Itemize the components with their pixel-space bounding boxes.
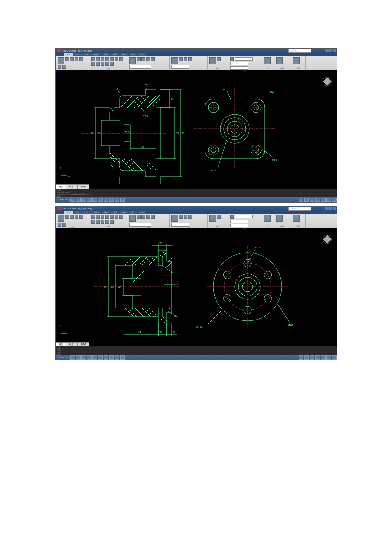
- rotate-icon[interactable]: [105, 215, 109, 219]
- move-icon[interactable]: [91, 57, 95, 61]
- tab-annotate[interactable]: 注释: [82, 211, 91, 214]
- scale-icon[interactable]: [115, 57, 118, 61]
- offset-icon[interactable]: [110, 62, 114, 66]
- tab-manage[interactable]: 管理: [111, 211, 119, 214]
- group-icon[interactable]: [264, 215, 271, 222]
- dimstyle-dropdown[interactable]: [171, 223, 189, 227]
- stretch-icon[interactable]: [101, 57, 104, 61]
- close-button[interactable]: [333, 207, 336, 210]
- status-clean-button[interactable]: [332, 355, 337, 360]
- stretch-icon[interactable]: [101, 215, 104, 219]
- explode-icon[interactable]: [105, 62, 109, 66]
- ellipse-icon[interactable]: [58, 223, 61, 227]
- erase-icon[interactable]: [101, 220, 104, 224]
- mirror-icon[interactable]: [110, 57, 114, 61]
- table-icon[interactable]: [188, 57, 192, 61]
- tab-output[interactable]: 输出: [120, 211, 128, 214]
- status-iso-button[interactable]: [326, 198, 331, 202]
- layer-freeze-icon[interactable]: [141, 215, 145, 219]
- status-ws-button[interactable]: [315, 355, 320, 360]
- line-icon[interactable]: [58, 215, 64, 222]
- status-otrack-button[interactable]: [104, 198, 108, 202]
- dim-icon[interactable]: [179, 57, 183, 61]
- status-polar-button[interactable]: [87, 198, 92, 202]
- status-iso-button[interactable]: [326, 355, 331, 360]
- status-annoviz-button[interactable]: [310, 198, 314, 202]
- hatch-icon[interactable]: [62, 65, 66, 69]
- fillet-icon[interactable]: [91, 62, 95, 66]
- status-dyn-button[interactable]: [115, 198, 119, 202]
- tab-insert[interactable]: 插入: [73, 211, 82, 214]
- status-clean-button[interactable]: [332, 198, 337, 202]
- status-ws-button[interactable]: [315, 198, 320, 202]
- minimize-button[interactable]: [325, 49, 329, 52]
- tab-output[interactable]: 输出: [120, 53, 128, 56]
- match-icon[interactable]: [230, 57, 234, 61]
- poly-icon[interactable]: [79, 215, 83, 219]
- layer-lock-icon[interactable]: [146, 215, 150, 219]
- help-search-input[interactable]: 搜索帮助: [288, 49, 311, 53]
- status-ortho-button[interactable]: [81, 198, 86, 202]
- explode-icon[interactable]: [105, 220, 109, 224]
- layer-lock-icon[interactable]: [146, 57, 150, 61]
- viewport[interactable]: XY: [56, 73, 337, 184]
- lweight-dropdown[interactable]: [230, 220, 248, 223]
- match-icon[interactable]: [230, 215, 234, 219]
- layer-dropdown[interactable]: [129, 65, 151, 69]
- arc-icon[interactable]: [70, 57, 74, 61]
- status-ducs-button[interactable]: [109, 355, 114, 360]
- ltype-dropdown[interactable]: [230, 224, 248, 227]
- fillet-icon[interactable]: [91, 220, 95, 224]
- circle-icon[interactable]: [65, 215, 69, 219]
- status-lwt-button[interactable]: [120, 355, 125, 360]
- array-icon[interactable]: [96, 220, 100, 224]
- status-model-button[interactable]: [299, 198, 303, 202]
- status-osnap-button[interactable]: [92, 355, 97, 360]
- tab-addins[interactable]: 插件: [129, 211, 137, 214]
- status-osnap-button[interactable]: [92, 198, 97, 202]
- tab-param[interactable]: 参数化: [91, 211, 101, 214]
- status-grid-button[interactable]: [76, 355, 81, 360]
- status-annoviz-button[interactable]: [310, 355, 314, 360]
- tab-home[interactable]: 常用: [64, 211, 73, 214]
- status-otrack-button[interactable]: [104, 355, 108, 360]
- layer-freeze-icon[interactable]: [141, 57, 145, 61]
- command-line[interactable]: 命令: _u 命令: 命令: 命令:: [56, 346, 337, 355]
- insert-block-icon[interactable]: [209, 57, 216, 64]
- trim-icon[interactable]: [119, 215, 123, 219]
- status-annoscale-button[interactable]: [304, 355, 309, 360]
- status-3dosnap-button[interactable]: [98, 198, 103, 202]
- layer-color-icon[interactable]: [151, 215, 155, 219]
- tab-online[interactable]: 联机: [138, 211, 146, 214]
- layer-off-icon[interactable]: [137, 215, 141, 219]
- status-model-button[interactable]: [299, 355, 303, 360]
- offset-icon[interactable]: [110, 220, 114, 224]
- ltype-dropdown[interactable]: [230, 66, 248, 70]
- table-icon[interactable]: [188, 215, 192, 219]
- create-block-icon[interactable]: [217, 57, 221, 61]
- tab-insert[interactable]: 插入: [73, 53, 82, 56]
- status-hw-button[interactable]: [321, 355, 326, 360]
- close-button[interactable]: [333, 49, 336, 52]
- create-block-icon[interactable]: [217, 215, 221, 219]
- hatch-icon[interactable]: [62, 223, 66, 227]
- erase-icon[interactable]: [101, 62, 104, 66]
- dim-icon[interactable]: [179, 215, 183, 219]
- status-dyn-button[interactable]: [115, 355, 119, 360]
- tab-view[interactable]: 视图: [102, 211, 110, 214]
- status-annoscale-button[interactable]: [304, 198, 309, 202]
- tab-addins[interactable]: 插件: [129, 53, 137, 56]
- tab-annotate[interactable]: 注释: [82, 53, 91, 56]
- minimize-button[interactable]: [325, 207, 329, 210]
- color-dropdown[interactable]: [235, 215, 253, 218]
- scale-icon[interactable]: [115, 215, 118, 219]
- layer-prop-icon[interactable]: [129, 57, 136, 64]
- maximize-button[interactable]: [329, 207, 332, 210]
- dimstyle-dropdown[interactable]: [171, 65, 189, 69]
- insert-block-icon[interactable]: [209, 215, 216, 222]
- group-icon[interactable]: [264, 57, 271, 64]
- ellipse-icon[interactable]: [58, 65, 61, 69]
- layer-color-icon[interactable]: [151, 57, 155, 61]
- status-snap-button[interactable]: [70, 198, 75, 202]
- copy-icon[interactable]: [96, 57, 100, 61]
